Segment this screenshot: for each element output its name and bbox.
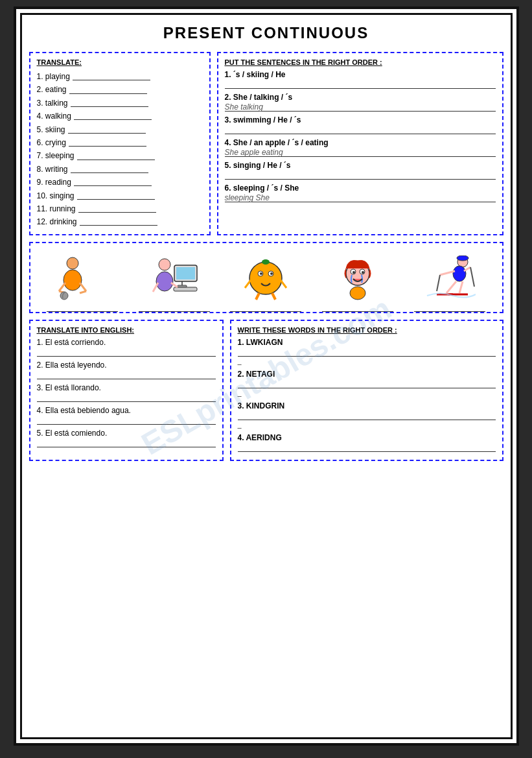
svg-rect-13 (174, 287, 197, 291)
list-item: 2. eating (37, 83, 203, 96)
list-item: 3. talking (37, 97, 203, 110)
svg-line-40 (459, 281, 463, 293)
list-item: 4. Ella está bebiendo agua. (37, 406, 216, 425)
image-item-5 (408, 254, 492, 312)
list-item: 4. AERIDNG (238, 433, 496, 452)
list-item: 1. playing (37, 70, 203, 83)
translate-box: TRANSLATE: 1. playing 2. eating 3. talki… (29, 52, 211, 235)
list-item: 2. NETAGI (238, 370, 496, 388)
svg-point-30 (362, 271, 364, 274)
image-crying-icon (322, 254, 393, 303)
list-item: 6. crying (37, 136, 203, 149)
image-item-2 (132, 254, 216, 312)
top-section: TRANSLATE: 1. playing 2. eating 3. talki… (29, 52, 503, 235)
list-item: 1. LWKIAGN (238, 338, 496, 357)
svg-line-3 (80, 283, 86, 291)
images-row (29, 242, 503, 313)
image-item-1 (40, 254, 124, 312)
order-sentences-box: PUT THE SENTENCES IN THE RIGHT ORDER : 1… (217, 52, 503, 235)
order-list: 1. ´s / skiing / He 2. She / talking / ´… (225, 70, 496, 202)
svg-line-38 (470, 267, 474, 287)
list-item: – (238, 423, 496, 432)
list-item: – (238, 359, 496, 368)
list-item: 3. El está llorando. (37, 383, 216, 402)
translate-list: 1. playing 2. eating 3. talking 4. walki… (37, 70, 203, 229)
svg-point-19 (260, 272, 262, 275)
svg-line-5 (80, 291, 86, 293)
image-apple-icon (230, 254, 301, 303)
list-item: 1. El está corriendo. (37, 338, 216, 357)
bottom-section: TRANSLATE INTO ENGLISH: 1. El está corri… (29, 320, 503, 461)
image-item-3 (224, 254, 308, 312)
svg-line-22 (272, 293, 275, 300)
svg-line-14 (153, 283, 158, 292)
list-item: 3. KINDGRIN (238, 401, 496, 420)
list-item: 5. singing / He / ´s (225, 161, 496, 180)
list-item: 4. walking (37, 110, 203, 123)
list-item: 5. El está comiendo. (37, 429, 216, 447)
svg-point-1 (64, 270, 82, 290)
translate-title: TRANSLATE: (37, 58, 203, 66)
svg-line-23 (245, 280, 251, 288)
list-item: 2. Ella está leyendo. (37, 361, 216, 379)
list-item: 4. She / an apple / ´s / eating She appl… (225, 138, 496, 157)
list-item: 6. sleeping / ´s / She sleeping She (225, 184, 496, 202)
words-order-box: WRITE THESE WORDS IN THE RIGHT ORDER : 1… (230, 320, 503, 461)
list-item: – (238, 391, 496, 400)
svg-point-33 (457, 255, 468, 261)
svg-line-24 (281, 280, 286, 288)
svg-point-34 (453, 266, 466, 281)
image-reading-icon (47, 254, 118, 303)
svg-point-0 (67, 257, 78, 269)
translate-english-list: 1. El está corriendo. 2. Ella está leyen… (37, 338, 216, 447)
words-order-title: WRITE THESE WORDS IN THE RIGHT ORDER : (238, 326, 496, 334)
list-item: 12. drinking (37, 215, 203, 228)
words-order-list: 1. LWKIAGN – 2. NETAGI – 3. KINDGRIN (238, 338, 496, 452)
svg-line-37 (437, 275, 440, 291)
list-item: 5. skiing (37, 123, 203, 136)
svg-point-16 (249, 262, 282, 294)
svg-line-2 (59, 283, 65, 291)
svg-point-8 (156, 272, 173, 291)
svg-point-29 (353, 271, 355, 274)
image-skiing-icon (414, 254, 485, 303)
list-item: 7. sleeping (37, 149, 203, 162)
image-item-4 (316, 254, 400, 312)
list-item: 9. reading (37, 176, 203, 189)
list-item: 11. running (37, 202, 203, 215)
translate-english-title: TRANSLATE INTO ENGLISH: (37, 326, 216, 334)
list-item: 8. writing (37, 163, 203, 176)
svg-point-31 (350, 287, 365, 300)
svg-point-25 (262, 259, 270, 265)
svg-line-21 (256, 293, 259, 300)
list-item: 1. ´s / skiing / He (225, 70, 496, 89)
svg-rect-10 (176, 267, 195, 279)
page-title: PRESENT CONTINUOUS (29, 24, 503, 42)
svg-point-7 (159, 259, 170, 270)
svg-point-20 (270, 272, 273, 275)
list-item: 3. swimming / He / ´s (225, 115, 496, 134)
order-sentences-title: PUT THE SENTENCES IN THE RIGHT ORDER : (225, 58, 496, 66)
translate-english-box: TRANSLATE INTO ENGLISH: 1. El está corri… (29, 320, 224, 461)
worksheet-page: ESLprintables.com PRESENT CONTINUOUS TRA… (14, 6, 519, 746)
svg-line-39 (446, 281, 456, 293)
list-item: 2. She / talking / ´s She talking (225, 93, 496, 112)
list-item: 10. singing (37, 189, 203, 202)
image-computer-icon (139, 254, 210, 303)
